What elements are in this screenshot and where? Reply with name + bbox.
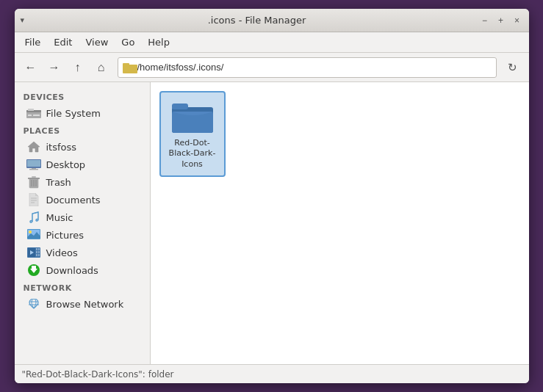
maximize-button[interactable]: + xyxy=(495,15,507,26)
folder-icon xyxy=(172,98,213,135)
pictures-icon xyxy=(26,229,41,241)
svg-rect-28 xyxy=(36,248,37,250)
address-input[interactable] xyxy=(137,62,492,73)
videos-icon xyxy=(26,247,41,258)
main-area: DEVICES File System PLACES xyxy=(15,82,529,364)
statusbar: "Red-Dot-Black-Dark-Icons": folder xyxy=(15,364,529,383)
window-title: .icons - File Manager xyxy=(35,15,479,26)
music-icon xyxy=(26,211,41,223)
sidebar-item-trash[interactable]: Trash xyxy=(15,173,150,191)
close-button[interactable]: × xyxy=(511,15,523,26)
statusbar-text: "Red-Dot-Black-Dark-Icons": folder xyxy=(22,369,174,380)
svg-rect-31 xyxy=(38,248,40,250)
desktop-icon xyxy=(26,159,41,170)
svg-rect-4 xyxy=(28,115,32,116)
sidebar-item-filesystem[interactable]: File System xyxy=(15,104,150,122)
sidebar-music-label: Music xyxy=(46,212,73,223)
home-icon xyxy=(26,141,41,153)
network-icon xyxy=(26,298,41,310)
titlebar-menu: ▾ xyxy=(21,15,35,25)
sidebar-itsfoss-label: itsfoss xyxy=(46,142,77,153)
menu-file[interactable]: File xyxy=(19,35,47,49)
svg-rect-37 xyxy=(32,266,36,269)
svg-point-25 xyxy=(29,231,32,233)
up-button[interactable]: ↑ xyxy=(68,57,88,78)
svg-rect-32 xyxy=(38,251,40,253)
svg-rect-14 xyxy=(32,176,36,178)
sidebar-pictures-label: Pictures xyxy=(46,230,84,241)
sidebar-browse-network-label: Browse Network xyxy=(46,299,124,310)
sidebar-desktop-label: Desktop xyxy=(46,159,86,170)
address-folder-icon xyxy=(123,62,137,73)
sidebar-documents-label: Documents xyxy=(46,195,101,206)
folder-item-red-dot[interactable]: Red-Dot-Black-Dark-Icons xyxy=(159,91,226,177)
address-bar[interactable] xyxy=(118,57,497,78)
svg-rect-33 xyxy=(38,254,40,256)
sidebar-item-browse-network[interactable]: Browse Network xyxy=(15,295,150,313)
sidebar-item-downloads[interactable]: Downloads xyxy=(15,261,150,279)
sidebar-item-documents[interactable]: Documents xyxy=(15,191,150,208)
refresh-button[interactable]: ↻ xyxy=(503,57,523,78)
downloads-icon xyxy=(26,264,41,276)
svg-rect-29 xyxy=(36,251,37,253)
svg-rect-41 xyxy=(172,104,188,109)
titlebar: ▾ .icons - File Manager − + × xyxy=(15,9,529,32)
svg-rect-30 xyxy=(36,254,37,256)
sidebar-network-label: NETWORK xyxy=(15,279,150,295)
svg-marker-7 xyxy=(28,142,40,152)
back-button[interactable]: ← xyxy=(21,57,41,78)
sidebar-filesystem-label: File System xyxy=(46,108,101,119)
forward-button[interactable]: → xyxy=(44,57,65,78)
sidebar-item-videos[interactable]: Videos xyxy=(15,244,150,261)
sidebar-item-itsfoss[interactable]: itsfoss xyxy=(15,138,150,156)
svg-rect-1 xyxy=(123,63,129,67)
menu-edit[interactable]: Edit xyxy=(48,35,78,49)
sidebar-item-music[interactable]: Music xyxy=(15,208,150,226)
sidebar-places-label: PLACES xyxy=(15,122,150,138)
toolbar: ← → ↑ ⌂ ↻ xyxy=(15,53,529,82)
minimize-button[interactable]: − xyxy=(479,15,491,26)
window-menu-icon: ▾ xyxy=(21,15,25,25)
svg-rect-9 xyxy=(27,160,40,167)
sidebar-trash-label: Trash xyxy=(46,177,71,188)
svg-rect-6 xyxy=(28,109,34,111)
sidebar-item-pictures[interactable]: Pictures xyxy=(15,226,150,244)
file-area[interactable]: Red-Dot-Black-Dark-Icons xyxy=(151,82,529,364)
sidebar-item-desktop[interactable]: Desktop xyxy=(15,156,150,173)
menubar: File Edit View Go Help xyxy=(15,32,529,53)
folder-label: Red-Dot-Black-Dark-Icons xyxy=(164,138,221,170)
menu-go[interactable]: Go xyxy=(115,35,140,49)
titlebar-controls: − + × xyxy=(479,15,523,26)
svg-rect-11 xyxy=(29,169,38,170)
trash-icon xyxy=(26,176,41,188)
home-button[interactable]: ⌂ xyxy=(91,57,112,78)
menu-view[interactable]: View xyxy=(79,35,114,49)
documents-icon xyxy=(26,194,41,206)
sidebar-videos-label: Videos xyxy=(46,247,78,258)
sidebar: DEVICES File System PLACES xyxy=(15,82,151,364)
file-manager-window: ▾ .icons - File Manager − + × File Edit … xyxy=(15,9,529,383)
filesystem-icon xyxy=(26,107,41,119)
sidebar-downloads-label: Downloads xyxy=(46,265,98,276)
svg-rect-5 xyxy=(33,115,40,116)
svg-rect-13 xyxy=(28,178,40,179)
sidebar-devices-label: DEVICES xyxy=(15,88,150,104)
menu-help[interactable]: Help xyxy=(142,35,176,49)
